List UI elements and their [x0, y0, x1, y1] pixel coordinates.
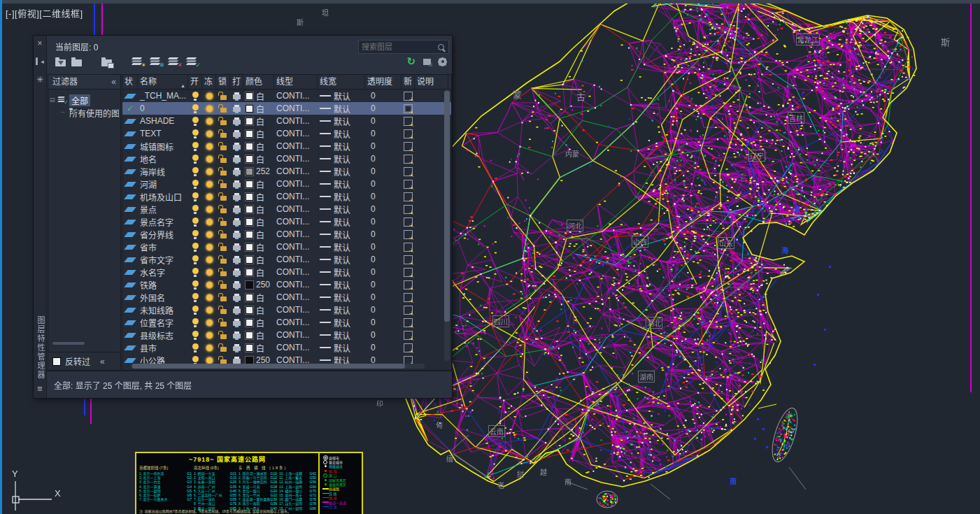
layer-freeze-icon[interactable] [206, 206, 213, 213]
layer-transparency-cell[interactable]: 0 [365, 215, 402, 228]
layer-plot-icon[interactable] [233, 321, 241, 326]
layer-name[interactable]: 铁路 [140, 279, 157, 291]
layer-description-cell[interactable] [415, 215, 448, 228]
layer-on-cell[interactable] [188, 228, 202, 241]
layer-description-cell[interactable] [415, 354, 448, 364]
layer-lock-icon[interactable] [220, 259, 227, 264]
vp-freeze-icon[interactable] [404, 180, 413, 189]
layer-linetype[interactable]: CONTI... [276, 305, 309, 315]
layer-lock-icon[interactable] [220, 158, 227, 163]
vp-freeze-icon[interactable] [404, 343, 413, 352]
layer-linetype[interactable]: CONTI... [276, 292, 309, 302]
layer-name[interactable]: 景点名字 [140, 216, 173, 228]
layer-lineweight[interactable]: 默认 [334, 216, 350, 228]
layer-plot-icon[interactable] [233, 245, 241, 250]
layer-freeze-icon[interactable] [206, 282, 213, 288]
layer-on-cell[interactable] [188, 115, 202, 127]
layer-freeze-cell[interactable] [202, 266, 216, 278]
layer-transparency[interactable]: 0 [371, 91, 376, 101]
layer-color-cell[interactable]: 白 [243, 228, 274, 241]
vp-freeze-icon[interactable] [404, 129, 413, 138]
layer-lineweight[interactable]: 默认 [334, 266, 350, 278]
layer-color-swatch[interactable] [246, 306, 253, 314]
layer-freeze-cell[interactable] [202, 278, 216, 291]
layer-color-swatch[interactable] [246, 256, 253, 264]
layer-transparency[interactable]: 0 [371, 129, 376, 138]
layer-row[interactable]: 地名白CONTI...默认0 [122, 152, 451, 165]
layer-color-swatch[interactable] [246, 218, 253, 226]
layer-name[interactable]: 机场及山口 [140, 191, 182, 203]
layer-lock-icon[interactable] [220, 309, 227, 314]
layer-lock-cell[interactable] [216, 341, 230, 354]
layer-on-icon[interactable] [192, 243, 199, 252]
layer-lineweight-cell[interactable]: 默认 [318, 178, 365, 190]
layer-freeze-icon[interactable] [206, 194, 213, 200]
layer-lineweight[interactable]: 默认 [334, 355, 350, 364]
layer-lock-cell[interactable] [216, 228, 230, 241]
vp-freeze-icon[interactable] [404, 268, 413, 277]
layer-linetype[interactable]: CONTI... [276, 343, 309, 352]
layer-plot-cell[interactable] [230, 165, 243, 178]
layer-plot-icon[interactable] [233, 308, 241, 313]
layer-freeze-cell[interactable] [202, 329, 216, 341]
layer-transparency[interactable]: 0 [371, 242, 376, 252]
layer-name-cell[interactable]: 地名 [138, 152, 188, 165]
layer-lock-icon[interactable] [220, 208, 227, 213]
layer-color-cell[interactable]: 白 [243, 203, 274, 215]
layer-plot-cell[interactable] [230, 215, 243, 228]
layer-transparency[interactable]: 0 [371, 204, 376, 214]
layer-row[interactable]: 省市文字白CONTI...默认0 [122, 253, 451, 266]
layer-on-cell[interactable] [188, 316, 202, 329]
layer-linetype[interactable]: CONTI... [276, 91, 309, 101]
layer-freeze-icon[interactable] [206, 307, 213, 313]
layer-description-cell[interactable] [415, 253, 448, 266]
layer-name-cell[interactable]: 海岸线 [138, 165, 188, 178]
layer-name[interactable]: 外国名 [140, 292, 165, 304]
layer-lock-icon[interactable] [220, 221, 227, 226]
vp-freeze-icon[interactable] [404, 243, 413, 252]
layer-vpfreeze-cell[interactable] [402, 190, 415, 203]
layer-name-cell[interactable]: _TCH_MA... [138, 90, 188, 102]
palette-properties-icon[interactable]: ✳ [34, 73, 46, 86]
layer-color-swatch[interactable] [246, 193, 253, 201]
vp-freeze-icon[interactable] [404, 92, 413, 101]
layer-row[interactable]: 小公路250CONTI...默认0 [122, 354, 451, 364]
layer-color-cell[interactable]: 250 [243, 278, 274, 291]
layer-transparency-cell[interactable]: 0 [365, 241, 402, 253]
layer-lock-icon[interactable] [220, 108, 227, 113]
layer-color-cell[interactable]: 白 [243, 341, 274, 354]
layer-name-cell[interactable]: TEXT [138, 127, 188, 140]
layer-lock-icon[interactable] [220, 183, 227, 188]
layer-vpfreeze-cell[interactable] [402, 316, 415, 329]
layer-vpfreeze-cell[interactable] [402, 278, 415, 291]
layer-plot-icon[interactable] [233, 220, 241, 225]
settings-gear-icon[interactable] [439, 58, 446, 66]
layer-transparency[interactable]: 0 [371, 217, 376, 227]
layer-name[interactable]: 景点 [140, 204, 157, 215]
layer-color-cell[interactable]: 白 [243, 115, 274, 127]
layer-on-cell[interactable] [188, 152, 202, 165]
layer-lineweight[interactable]: 默认 [334, 241, 350, 253]
layer-transparency[interactable]: 0 [371, 229, 376, 239]
layer-transparency[interactable]: 0 [371, 192, 376, 201]
layer-freeze-icon[interactable] [206, 320, 213, 326]
layer-transparency-cell[interactable]: 0 [365, 304, 402, 316]
layer-lock-icon[interactable] [220, 297, 227, 301]
layer-plot-icon[interactable] [233, 233, 241, 238]
vp-freeze-icon[interactable] [404, 192, 413, 201]
layer-lock-cell[interactable] [216, 241, 230, 253]
layer-linetype-cell[interactable]: CONTI... [274, 90, 318, 102]
layer-plot-icon[interactable] [233, 94, 241, 99]
layer-on-icon[interactable] [192, 331, 199, 340]
vp-freeze-icon[interactable] [404, 205, 413, 214]
layer-row[interactable]: 未知线路白CONTI...默认0 [122, 304, 451, 316]
layer-on-cell[interactable] [188, 127, 202, 140]
layer-linetype-cell[interactable]: CONTI... [274, 215, 318, 228]
layer-freeze-cell[interactable] [202, 354, 216, 364]
layer-transparency-cell[interactable]: 0 [365, 127, 402, 140]
layer-linetype-cell[interactable]: CONTI... [274, 304, 318, 316]
layer-color-cell[interactable]: 白 [243, 241, 274, 253]
layer-row[interactable]: 省市白CONTI...默认0 [122, 241, 451, 253]
layer-on-cell[interactable] [188, 278, 202, 291]
layer-lineweight[interactable]: 默认 [334, 128, 350, 140]
